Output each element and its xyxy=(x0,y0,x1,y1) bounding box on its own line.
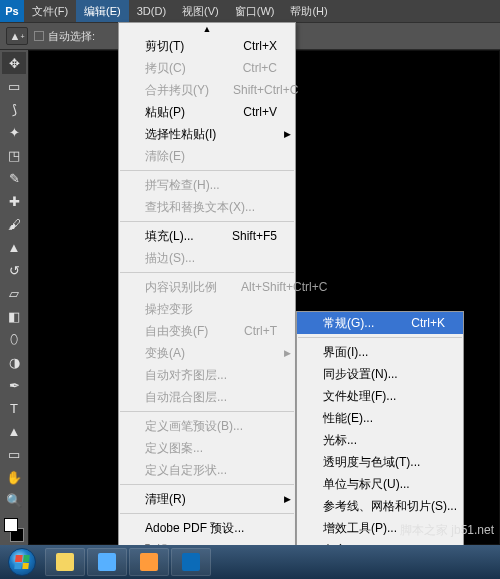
edit-menu-item[interactable]: Adobe PDF 预设... xyxy=(119,517,295,539)
history-brush-tool[interactable]: ↺ xyxy=(2,259,26,281)
edit-menu-item: 定义图案... xyxy=(119,437,295,459)
edit-menu-item: 内容识别比例Alt+Shift+Ctrl+C xyxy=(119,276,295,298)
move-tool-preview-icon[interactable]: ▲+ xyxy=(6,27,28,45)
lasso-tool[interactable]: ⟆ xyxy=(2,98,26,120)
windows-taskbar xyxy=(0,545,500,579)
edit-menu-item[interactable]: 剪切(T)Ctrl+X xyxy=(119,35,295,57)
hand-tool[interactable]: ✋ xyxy=(2,466,26,488)
edit-menu-item: 查找和替换文本(X)... xyxy=(119,196,295,218)
blur-tool[interactable]: ⬯ xyxy=(2,328,26,350)
edit-menu-item: 操控变形 xyxy=(119,298,295,320)
edit-menu-item: 定义画笔预设(B)... xyxy=(119,415,295,437)
edit-menu-dropdown: ▲ 剪切(T)Ctrl+X拷贝(C)Ctrl+C合并拷贝(Y)Shift+Ctr… xyxy=(118,22,296,579)
shape-tool[interactable]: ▭ xyxy=(2,443,26,465)
path-select-tool[interactable]: ▲ xyxy=(2,420,26,442)
taskbar-browser[interactable] xyxy=(87,548,127,576)
submenu-arrow-icon: ▶ xyxy=(284,129,291,139)
auto-select-label: 自动选择: xyxy=(48,29,95,44)
preferences-item[interactable]: 透明度与色域(T)... xyxy=(297,451,463,473)
edit-menu-item: 清除(E) xyxy=(119,145,295,167)
preferences-item[interactable]: 单位与标尺(U)... xyxy=(297,473,463,495)
menu-bar: Ps 文件(F)编辑(E)3D(D)视图(V)窗口(W)帮助(H) xyxy=(0,0,500,22)
edit-menu-item: 拷贝(C)Ctrl+C xyxy=(119,57,295,79)
edit-menu-item: 自动对齐图层... xyxy=(119,364,295,386)
edit-menu-item: 合并拷贝(Y)Shift+Ctrl+C xyxy=(119,79,295,101)
submenu-arrow-icon: ▶ xyxy=(284,348,291,358)
zoom-tool[interactable]: 🔍 xyxy=(2,489,26,511)
menu-窗口(W)[interactable]: 窗口(W) xyxy=(227,0,283,22)
menu-编辑(E)[interactable]: 编辑(E) xyxy=(76,0,129,22)
eyedropper-tool[interactable]: ✎ xyxy=(2,167,26,189)
edit-menu-item[interactable]: 选择性粘贴(I)▶ xyxy=(119,123,295,145)
type-tool[interactable]: T xyxy=(2,397,26,419)
preferences-item[interactable]: 性能(E)... xyxy=(297,407,463,429)
eraser-tool[interactable]: ▱ xyxy=(2,282,26,304)
watermark-text: 脚本之家 jb51.net xyxy=(400,522,494,539)
stamp-tool[interactable]: ▲ xyxy=(2,236,26,258)
color-swatches[interactable] xyxy=(2,516,26,544)
edit-menu-item: 定义自定形状... xyxy=(119,459,295,481)
move-tool[interactable]: ✥ xyxy=(2,52,26,74)
preferences-item[interactable]: 光标... xyxy=(297,429,463,451)
edit-menu-item[interactable]: 粘贴(P)Ctrl+V xyxy=(119,101,295,123)
menu-文件(F)[interactable]: 文件(F) xyxy=(24,0,76,22)
pen-tool[interactable]: ✒ xyxy=(2,374,26,396)
submenu-arrow-icon: ▶ xyxy=(284,494,291,504)
crop-tool[interactable]: ◳ xyxy=(2,144,26,166)
taskbar-explorer[interactable] xyxy=(45,548,85,576)
edit-menu-item: 变换(A)▶ xyxy=(119,342,295,364)
gradient-tool[interactable]: ◧ xyxy=(2,305,26,327)
edit-menu-item[interactable]: 清理(R)▶ xyxy=(119,488,295,510)
tools-panel: ✥▭⟆✦◳✎✚🖌▲↺▱◧⬯◑✒T▲▭✋🔍 xyxy=(0,50,28,545)
edit-menu-item: 自动混合图层... xyxy=(119,386,295,408)
edit-menu-item: 自由变换(F)Ctrl+T xyxy=(119,320,295,342)
preferences-item[interactable]: 界面(I)... xyxy=(297,341,463,363)
menu-帮助(H)[interactable]: 帮助(H) xyxy=(282,0,335,22)
edit-menu-item[interactable]: 填充(L)...Shift+F5 xyxy=(119,225,295,247)
preferences-item[interactable]: 参考线、网格和切片(S)... xyxy=(297,495,463,517)
taskbar-player[interactable] xyxy=(129,548,169,576)
windows-logo-icon xyxy=(14,555,29,569)
edit-menu-item: 拼写检查(H)... xyxy=(119,174,295,196)
wand-tool[interactable]: ✦ xyxy=(2,121,26,143)
brush-tool[interactable]: 🖌 xyxy=(2,213,26,235)
taskbar-photoshop[interactable] xyxy=(171,548,211,576)
preferences-item[interactable]: 常规(G)...Ctrl+K xyxy=(297,312,463,334)
menu-3D(D)[interactable]: 3D(D) xyxy=(129,0,174,22)
marquee-tool[interactable]: ▭ xyxy=(2,75,26,97)
heal-tool[interactable]: ✚ xyxy=(2,190,26,212)
edit-menu-item: 描边(S)... xyxy=(119,247,295,269)
menu-视图(V)[interactable]: 视图(V) xyxy=(174,0,227,22)
menu-scroll-up-icon[interactable]: ▲ xyxy=(119,23,295,35)
auto-select-checkbox[interactable] xyxy=(34,31,44,41)
preferences-item[interactable]: 同步设置(N)... xyxy=(297,363,463,385)
app-logo: Ps xyxy=(0,0,24,22)
dodge-tool[interactable]: ◑ xyxy=(2,351,26,373)
preferences-item[interactable]: 文件处理(F)... xyxy=(297,385,463,407)
start-button[interactable] xyxy=(0,545,44,579)
